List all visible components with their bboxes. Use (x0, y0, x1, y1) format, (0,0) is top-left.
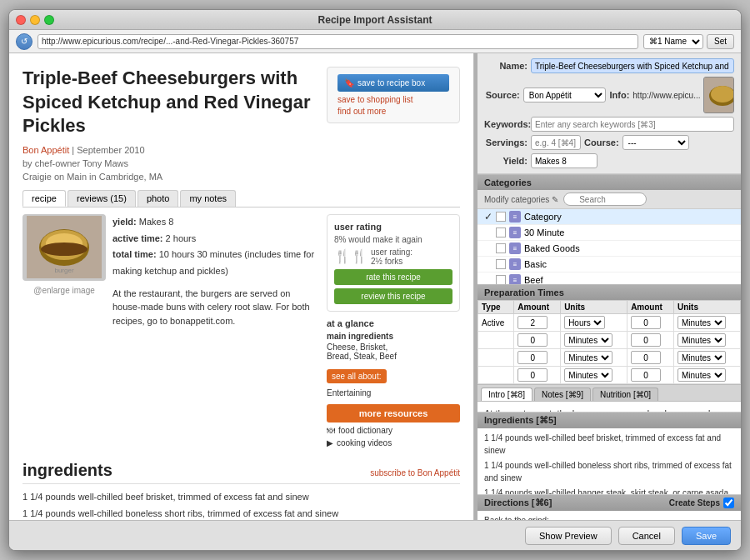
show-preview-button[interactable]: Show Preview (525, 527, 612, 545)
url-input[interactable] (38, 34, 638, 49)
minimize-button[interactable] (30, 15, 40, 25)
maximize-button[interactable] (44, 15, 54, 25)
categories-header: Categories (478, 175, 741, 190)
category-item-baked[interactable]: ✓ ≡ Baked Goods (478, 241, 741, 257)
tab-nutrition[interactable]: Nutrition [⌘0] (592, 388, 658, 401)
recipe-tabs: recipe reviews (15) photo my notes (22, 190, 460, 208)
prep-units1-4[interactable]: Minutes (564, 368, 612, 382)
close-button[interactable] (16, 15, 26, 25)
name-input[interactable] (531, 58, 734, 73)
tab-my-notes[interactable]: my notes (180, 190, 236, 207)
window-title: Recipe Import Assistant (318, 14, 432, 26)
cancel-button[interactable]: Cancel (618, 527, 675, 545)
find-out-more-link[interactable]: find out more (338, 107, 386, 116)
user-rating-title: user rating (334, 222, 452, 232)
save-button[interactable]: Save (682, 527, 731, 545)
enlarge-link[interactable]: @enlarge image (22, 286, 106, 295)
subscribe-link[interactable]: subscribe to Bon Appétit (370, 468, 460, 478)
prep-units2-1[interactable]: Minutes (678, 316, 726, 329)
keywords-input[interactable] (531, 117, 734, 132)
source-info-row: Source: Bon Appétit Info: http://www.epi… (484, 77, 734, 113)
name-row: Name: (484, 58, 734, 73)
fork-icons: 🍴🍴 (334, 248, 368, 264)
cooking-videos-link[interactable]: ▶ cooking videos (327, 438, 460, 448)
cat-checkbox-4[interactable] (496, 259, 506, 269)
directions-header: Directions [⌘6] Create Steps (478, 495, 741, 511)
set-button[interactable]: Set (707, 34, 734, 49)
prep-units2-4[interactable]: Minutes (678, 368, 726, 382)
modify-categories-button[interactable]: Modify categories ✎ (484, 195, 558, 204)
course-select[interactable]: --- (622, 135, 689, 150)
source-select[interactable]: Bon Appétit (523, 88, 607, 102)
cat-checkbox-5[interactable] (496, 275, 506, 284)
category-item-beef[interactable]: ✓ ≡ Beef (478, 272, 741, 284)
col-type: Type (478, 301, 514, 314)
prep-units2-2[interactable]: Minutes (678, 333, 726, 347)
recipe-meta: yield: Makes 8 active time: 2 hours tota… (112, 214, 317, 328)
window-controls (16, 15, 54, 25)
entertaining-label: Entertaining (327, 388, 460, 398)
prep-times-header: Preparation Times (478, 285, 741, 300)
prep-times-section: Preparation Times Type Amount Units Amou… (478, 285, 741, 385)
col-amount1: Amount (514, 301, 561, 314)
name-select[interactable]: ⌘1 Name (643, 34, 703, 49)
categories-section: Categories Modify categories ✎ 🔍 ✓ ≡ Cat… (478, 174, 741, 285)
servings-label: Servings: (484, 138, 528, 148)
notes-tabs: Intro [⌘8] Notes [⌘9] Nutrition [⌘0] (478, 385, 741, 402)
prep-amount1-4[interactable] (518, 368, 548, 382)
rate-recipe-button[interactable]: rate this recipe (334, 269, 452, 285)
prep-amount2-2[interactable] (631, 333, 661, 347)
category-item-basic[interactable]: ✓ ≡ Basic (478, 257, 741, 272)
see-all-button[interactable]: see all about: (327, 369, 387, 383)
create-steps-checkbox[interactable] (723, 498, 734, 508)
prep-type-2 (478, 332, 514, 349)
save-shopping-link[interactable]: save to shopping list (338, 95, 449, 104)
category-item-30min[interactable]: ✓ ≡ 30 Minute (478, 225, 741, 241)
save-recipe-button[interactable]: 🔖 save to recipe box (338, 74, 449, 92)
prep-amount1-1[interactable] (518, 316, 548, 329)
prep-units2-3[interactable]: Minutes (678, 351, 726, 364)
tab-recipe[interactable]: recipe (22, 190, 66, 207)
cat-checkbox-2[interactable] (496, 228, 506, 238)
intro-text: At the restaurant, the burgers are serve… (478, 402, 741, 412)
tab-intro[interactable]: Intro [⌘8] (481, 388, 532, 401)
total-time-label: total time: (112, 249, 157, 259)
ingredient-list: 1 1/4 pounds well-chilled beef brisket, … (22, 489, 460, 520)
empty-check-5: ✓ (484, 274, 492, 284)
prep-amount1-2[interactable] (518, 333, 548, 347)
food-dictionary-link[interactable]: 🍽 food dictionary (327, 426, 460, 435)
category-item-category[interactable]: ✓ ≡ Category (478, 209, 741, 225)
prep-amount1-3[interactable] (518, 351, 548, 364)
recipe-body: burger @enlarge image yield: Makes 8 act… (22, 214, 460, 448)
ingredients-right-section: Ingredients [⌘5] 1 1/4 pounds well-chill… (478, 412, 741, 495)
prep-units1-2[interactable]: Minutes (564, 333, 612, 347)
video-icon: ▶ (327, 438, 333, 448)
cat-checkbox[interactable] (496, 212, 506, 222)
categories-toolbar: Modify categories ✎ 🔍 (478, 190, 741, 209)
tab-reviews[interactable]: reviews (15) (68, 190, 136, 207)
category-search-input[interactable] (563, 192, 647, 206)
prep-units1-3[interactable]: Minutes (564, 351, 612, 364)
food-dict-icon: 🍽 (327, 426, 335, 435)
back-button[interactable]: ↺ (16, 33, 32, 50)
byline-author: by chef-owner Tony Maws (22, 158, 460, 168)
prep-amount2-3[interactable] (631, 351, 661, 364)
category-label-2: 30 Minute (524, 228, 564, 238)
tab-notes[interactable]: Notes [⌘9] (534, 388, 591, 401)
prep-amount2-4[interactable] (631, 368, 661, 382)
yield-input[interactable] (531, 153, 598, 168)
bookmark-icon: 🔖 (344, 78, 354, 88)
cat-checkbox-3[interactable] (496, 243, 506, 253)
tab-photo[interactable]: photo (138, 190, 179, 207)
prep-amount2-1[interactable] (631, 316, 661, 329)
info-value: http://www.epicu... (632, 91, 700, 100)
source-link[interactable]: Bon Appétit (22, 145, 69, 155)
prep-units1-1[interactable]: Hours (564, 316, 605, 329)
review-recipe-button[interactable]: review this recipe (334, 288, 452, 304)
name-label: Name: (484, 61, 528, 71)
main-ingredients-label: main ingredients (327, 332, 460, 341)
more-resources-box: more resources (327, 404, 460, 422)
servings-input[interactable] (531, 135, 581, 150)
category-label-3: Baked Goods (524, 243, 580, 253)
category-label-4: Basic (524, 259, 547, 269)
